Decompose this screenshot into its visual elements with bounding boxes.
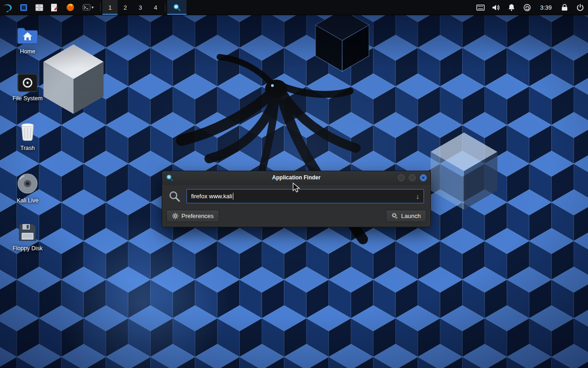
- desktop-icon-label: Floppy Disk: [12, 245, 42, 252]
- desktop-icon-trash[interactable]: Trash: [6, 121, 49, 151]
- desktop-icon-label: Kali Live: [17, 197, 38, 204]
- window-title: Application Finder: [162, 174, 430, 181]
- application-finder-icon: [166, 174, 173, 181]
- magnifier-icon: [173, 3, 181, 12]
- history-dropdown-icon[interactable]: ↓: [416, 192, 420, 200]
- file-manager-launcher[interactable]: [31, 0, 47, 15]
- workspace-button-1[interactable]: 1: [102, 0, 118, 15]
- optical-disc-icon: [17, 173, 38, 194]
- window-controls: ×: [398, 174, 427, 181]
- lock-icon: [561, 4, 568, 11]
- lock-screen-button[interactable]: [557, 0, 572, 15]
- text-caret: [233, 193, 233, 200]
- firefox-launcher[interactable]: [62, 0, 78, 15]
- bell-icon: [508, 4, 515, 11]
- minimize-button[interactable]: [398, 174, 405, 181]
- preferences-button-label: Preferences: [181, 213, 214, 219]
- dialog-button-row: Preferences Launch: [162, 207, 430, 227]
- close-button[interactable]: ×: [420, 174, 427, 181]
- kali-logo-icon: [3, 2, 13, 13]
- panel-separator: [100, 3, 101, 12]
- notifications-button[interactable]: [504, 0, 520, 15]
- desktop: ▾ 1 2 3 4: [0, 0, 588, 368]
- workspace-button-2[interactable]: 2: [118, 0, 133, 15]
- terminal-launcher[interactable]: ▾: [78, 0, 98, 15]
- file-system-drive-icon: [17, 74, 38, 92]
- desktop-icon-label: File System: [12, 95, 42, 102]
- search-input-value: firefox www.kali: [191, 193, 232, 200]
- file-cabinet-icon: [35, 4, 43, 11]
- workspace-button-4[interactable]: 4: [148, 0, 163, 15]
- launch-button[interactable]: Launch: [386, 210, 426, 222]
- desktop-icon-floppy-disk[interactable]: Floppy Disk: [6, 223, 49, 252]
- desktop-icon-label: Trash: [20, 145, 35, 151]
- titlebar[interactable]: Application Finder ×: [162, 171, 430, 184]
- maximize-button[interactable]: [409, 174, 416, 181]
- show-desktop-launcher[interactable]: [16, 0, 31, 15]
- panel-separator: [165, 3, 165, 12]
- search-icon: [169, 190, 181, 202]
- preferences-button[interactable]: Preferences: [166, 210, 219, 222]
- gear-icon: [172, 213, 179, 219]
- application-finder-window: Application Finder × firefox www.kali ↓: [162, 171, 431, 227]
- launch-button-label: Launch: [401, 213, 421, 219]
- network-orb-button[interactable]: [520, 0, 535, 15]
- keyboard-layout-button[interactable]: [473, 0, 488, 15]
- panel-left-group: ▾ 1 2 3 4: [0, 0, 187, 15]
- desktop-icon-label: Home: [20, 48, 35, 55]
- keyboard-icon: [476, 5, 485, 11]
- volume-button[interactable]: [488, 0, 504, 15]
- firefox-icon: [66, 3, 74, 12]
- workspace-button-3[interactable]: 3: [133, 0, 148, 15]
- search-input[interactable]: firefox www.kali ↓: [187, 189, 424, 203]
- speaker-icon: [492, 4, 500, 11]
- desktop-icon-file-system[interactable]: File System: [6, 74, 49, 102]
- panel-right-group: 3:39: [473, 0, 588, 15]
- taskbar-application-finder-button[interactable]: [167, 0, 187, 15]
- chevron-down-icon: ▾: [91, 5, 94, 10]
- orb-arrow-icon: [523, 4, 531, 12]
- home-folder-icon: [17, 27, 39, 45]
- floppy-disk-icon: [18, 223, 37, 242]
- kali-menu-button[interactable]: [0, 0, 16, 15]
- top-panel: ▾ 1 2 3 4: [0, 0, 588, 15]
- terminal-icon: [83, 4, 90, 11]
- desktop-icon-home[interactable]: Home: [6, 27, 49, 55]
- search-row: firefox www.kali ↓: [162, 184, 430, 207]
- text-editor-launcher[interactable]: [47, 0, 62, 15]
- power-button[interactable]: [572, 0, 588, 15]
- desktop-icon-kali-live[interactable]: Kali Live: [6, 173, 49, 204]
- clock[interactable]: 3:39: [535, 0, 557, 15]
- document-pencil-icon: [51, 4, 58, 12]
- trash-can-icon: [18, 121, 37, 142]
- power-icon: [577, 4, 584, 11]
- window-icon: [20, 4, 28, 12]
- launch-icon: [391, 213, 398, 219]
